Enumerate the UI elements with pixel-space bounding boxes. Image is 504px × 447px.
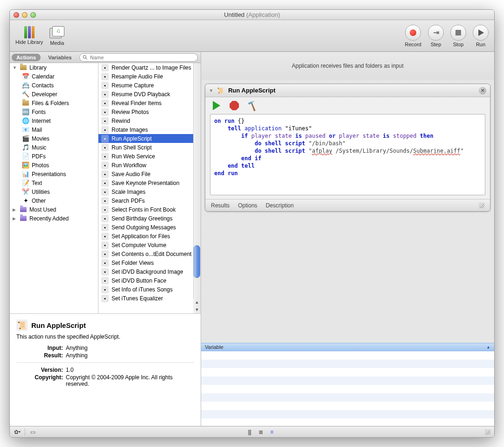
stop-label: Stop xyxy=(453,42,464,47)
category-item-fonts[interactable]: 🔤Fonts xyxy=(10,107,98,116)
media-icon: ♫ xyxy=(49,26,64,39)
category-item-calendar[interactable]: 📅Calendar xyxy=(10,72,98,81)
tab-actions[interactable]: Actions xyxy=(12,54,41,61)
hide-library-label: Hide Library xyxy=(15,39,43,45)
action-item[interactable]: •Set iDVD Button Face xyxy=(98,276,201,285)
zoom-window-button[interactable] xyxy=(30,12,36,18)
action-item[interactable]: •Resample Audio File xyxy=(98,72,201,81)
action-item[interactable]: •Rotate Images xyxy=(98,125,201,134)
view-toggle-button[interactable]: ▭ xyxy=(29,428,36,436)
script-editor[interactable]: on run {} tell application "iTunes" if p… xyxy=(210,114,485,195)
action-item[interactable]: •Send Outgoing Messages xyxy=(98,223,201,232)
record-button[interactable]: Record xyxy=(405,25,421,47)
action-item[interactable]: •Set Computer Volume xyxy=(98,241,201,249)
action-item[interactable]: •Rewind xyxy=(98,116,201,125)
footer-description[interactable]: Description xyxy=(266,202,294,209)
action-item[interactable]: •Scale Images xyxy=(98,187,201,196)
action-item[interactable]: •Resume Capture xyxy=(98,81,201,90)
action-item[interactable]: •Run AppleScript xyxy=(98,134,201,143)
category-item-pdfs[interactable]: 📄PDFs xyxy=(10,152,98,161)
action-item[interactable]: •Set Info of iTunes Songs xyxy=(98,285,201,294)
action-item[interactable]: •Run Shell Script xyxy=(98,143,201,152)
category-list[interactable]: ▼Library📅Calendar📇Contacts🔨DeveloperFile… xyxy=(10,63,98,313)
script-compile-button[interactable]: 🔨 xyxy=(245,99,259,112)
gear-menu-button[interactable]: ✿▾ xyxy=(14,428,21,436)
category-item-other[interactable]: ✦Other xyxy=(10,196,98,205)
info-input-val: Anything xyxy=(66,345,194,351)
action-item[interactable]: •Set Folder Views xyxy=(98,258,201,267)
tab-variables[interactable]: Variables xyxy=(43,54,77,61)
media-button[interactable]: ♫ Media xyxy=(49,26,64,46)
card-close-button[interactable]: ✕ xyxy=(479,87,486,94)
close-window-button[interactable] xyxy=(14,12,19,18)
card-toolbar: 🔨 xyxy=(205,97,490,114)
card-title-text: Run AppleScript xyxy=(228,87,275,94)
action-item[interactable]: •Review Photos xyxy=(98,107,201,116)
titlebar[interactable]: Untitled (Application) xyxy=(10,10,494,20)
action-item[interactable]: •Save Keynote Presentation xyxy=(98,178,201,187)
category-item-mail[interactable]: 📧Mail xyxy=(10,125,98,134)
script-stop-button[interactable] xyxy=(228,99,241,112)
script-run-button[interactable] xyxy=(210,99,223,112)
category-item-photos[interactable]: 🖼️Photos xyxy=(10,161,98,170)
action-item[interactable]: •Run Workflow xyxy=(98,161,201,170)
disclosure-icon[interactable]: ▼ xyxy=(209,88,213,93)
category-item-utilities[interactable]: ✂️Utilities xyxy=(10,187,98,196)
search-input[interactable] xyxy=(89,54,195,61)
action-item[interactable]: •Set Contents o...tEdit Document xyxy=(98,249,201,258)
category-item-most-used[interactable]: ▶Most Used xyxy=(10,205,98,214)
category-item-contacts[interactable]: 📇Contacts xyxy=(10,81,98,90)
action-item[interactable]: •Reveal Finder Items xyxy=(98,99,201,107)
minimize-window-button[interactable] xyxy=(22,12,28,18)
action-item[interactable]: •Set iTunes Equalizer xyxy=(98,294,201,303)
action-item[interactable]: •Save Audio File xyxy=(98,170,201,178)
stop-button[interactable]: Stop xyxy=(450,25,466,47)
play-icon xyxy=(478,29,484,36)
category-item-files-folders[interactable]: Files & Folders xyxy=(10,99,98,107)
library-search[interactable] xyxy=(79,53,198,62)
category-item-recently-added[interactable]: ▶Recently Added xyxy=(10,214,98,223)
action-item[interactable]: •Resume DVD Playback xyxy=(98,90,201,99)
workflow-area[interactable]: ▼ 📜 Run AppleScript ✕ 🔨 on run {} tell a… xyxy=(201,80,494,343)
window-resize-grip[interactable] xyxy=(485,429,490,435)
actions-scrollbar[interactable]: ▲ ▼ xyxy=(193,63,201,313)
workflow-panel: Application receives files and folders a… xyxy=(201,52,494,426)
category-item-library[interactable]: ▼Library xyxy=(10,63,98,72)
variable-table[interactable] xyxy=(201,351,494,426)
action-item[interactable]: •Run Web Service xyxy=(98,152,201,161)
action-card-run-applescript[interactable]: ▼ 📜 Run AppleScript ✕ 🔨 on run {} tell a… xyxy=(205,84,490,212)
hide-library-button[interactable]: Hide Library xyxy=(15,26,43,46)
info-result-val: Anything xyxy=(66,352,194,359)
category-item-music[interactable]: 🎵Music xyxy=(10,143,98,152)
footer-options[interactable]: Options xyxy=(238,202,257,209)
list-view-icon[interactable]: ≣ xyxy=(257,428,265,436)
columns-view-icon[interactable]: ||| xyxy=(246,428,253,436)
category-item-movies[interactable]: 🎬Movies xyxy=(10,134,98,143)
step-button[interactable]: ⇥ Step xyxy=(428,25,444,47)
stop-icon xyxy=(455,30,461,35)
action-item[interactable]: •Render Quartz ... to Image Files xyxy=(98,63,201,72)
info-copyright-key: Copyright: xyxy=(16,374,63,387)
action-item[interactable]: •Select Fonts in Font Book xyxy=(98,205,201,214)
sort-ascending-icon[interactable]: ▲ xyxy=(486,345,490,349)
card-titlebar[interactable]: ▼ 📜 Run AppleScript ✕ xyxy=(205,84,490,97)
scroll-up-arrow[interactable]: ▲ xyxy=(193,298,201,306)
flow-view-icon[interactable]: ≡ xyxy=(268,428,276,436)
action-item[interactable]: •Search PDFs xyxy=(98,196,201,205)
category-item-text[interactable]: 📝Text xyxy=(10,178,98,187)
variable-table-header[interactable]: Variable ▲ xyxy=(201,343,494,351)
stop-icon xyxy=(230,101,239,110)
actions-list[interactable]: •Render Quartz ... to Image Files•Resamp… xyxy=(98,63,201,313)
scrollbar-thumb[interactable] xyxy=(194,245,200,278)
category-item-internet[interactable]: 🌐Internet xyxy=(10,116,98,125)
footer-results[interactable]: Results xyxy=(211,202,230,209)
run-label: Run xyxy=(476,42,485,47)
run-button[interactable]: Run xyxy=(473,25,489,47)
action-item[interactable]: •Set Application for Files xyxy=(98,232,201,241)
card-resize-grip[interactable] xyxy=(479,203,484,208)
action-item[interactable]: •Send Birthday Greetings xyxy=(98,214,201,223)
category-item-developer[interactable]: 🔨Developer xyxy=(10,90,98,99)
action-item[interactable]: •Set iDVD Background Image xyxy=(98,267,201,276)
scroll-down-arrow[interactable]: ▼ xyxy=(193,306,201,313)
category-item-presentations[interactable]: 📊Presentations xyxy=(10,170,98,178)
